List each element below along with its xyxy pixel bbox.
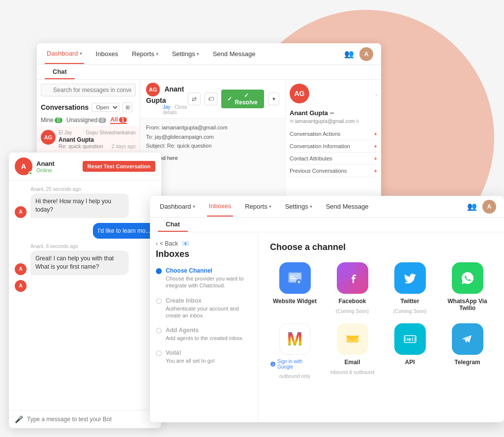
channel-whatsapp[interactable]: WhatsApp Via Twilio [443,262,492,315]
filter-icon[interactable]: ⊞ [122,102,132,112]
wizard-step-1: Choose Channel Choose the provider you w… [156,267,252,289]
conversation-item[interactable]: AG El Jay Gopu Shivashankairan Anant Gup… [37,126,140,154]
nav-send-message[interactable]: Send Message [211,44,258,63]
nav2-settings[interactable]: Settings ▾ [283,197,314,216]
message-content: Anant, 25 seconds ago Hi there! How may … [30,187,129,218]
chevron-down-icon: ▾ [197,51,199,57]
chevron-down-icon: ▾ [80,51,82,56]
window-inboxes: Dashboard ▾ Inboxes Reports ▾ Settings ▾… [150,196,504,422]
tab-unassigned[interactable]: Unassigned 0 [66,117,106,124]
wizard-panel: ‹ < Back 📧 Inboxes Choose Channel Choose… [150,232,258,422]
navbar-right: 👥 A [344,47,373,61]
wizard-step-2: Create Inbox Authenticate your account a… [156,297,252,319]
edit-icon[interactable]: ✏ [330,110,334,116]
channel-facebook[interactable]: Facebook (Coming Soon) [327,262,377,315]
chevron-down-icon: ▾ [269,204,271,209]
reset-conversation-button[interactable]: Reset Test Conversation [83,161,155,172]
copy-icon[interactable]: ⎘ [356,119,359,124]
nav-inboxes[interactable]: Inboxes [94,44,120,63]
add-icon[interactable]: + [374,143,377,149]
email-actions: ⇄ 🏷 ✓ ✓ Resolve ▾ [188,90,279,108]
navbar-window2: Dashboard ▾ Inboxes Reports ▾ Settings ▾… [150,196,504,218]
conversations-title: Conversations [41,103,89,111]
channel-name: WhatsApp Via Twilio [443,298,492,312]
nav-reports[interactable]: Reports ▾ [130,44,160,63]
channel-api[interactable]: {api} API [385,323,435,379]
tab-mine[interactable]: Mine 0 [41,117,62,124]
email-from: From: iamanantgupta@gmail.com [146,124,279,132]
chat-tab[interactable]: Chat [45,65,75,79]
channel-telegram[interactable]: Telegram [443,323,492,379]
msg-sender: Anant, 6 seconds ago [30,244,129,249]
step-label: Create Inbox [166,297,252,304]
user-avatar[interactable]: A [359,47,373,61]
nav-settings[interactable]: Settings ▾ [170,44,201,63]
website-icon [279,262,311,294]
contact-email: ✉ iamanantgupta@gmail.com ⎘ [290,119,377,124]
chevron-down-icon[interactable]: ▾ [268,93,279,105]
email-to: To: jay@glidecampaign.com [146,133,279,141]
email-panel: AG Anant Gupta Jay · Close details ⇄ 🏷 ✓… [140,80,285,200]
contact-panel: AG › Anant Gupta ✏ ✉ iamanantgupta@gmail… [285,80,381,200]
message-content: Anant, 6 seconds ago Great! I can help y… [30,244,129,275]
step-label: Add Agents [166,327,252,334]
add-icon[interactable]: + [374,131,377,137]
chat-input[interactable] [27,416,155,423]
bot-bubble: Hi there! How may I help you today? [30,193,129,218]
back-link[interactable]: ‹ < Back 📧 [156,240,252,247]
email-contact-name: AG Anant Gupta [146,83,188,104]
channel-email[interactable]: Email inbound & outbound [327,323,377,379]
email-subject: Subject: Re: quick question [146,142,279,150]
step-desc: Choose the provider you want to integrat… [166,275,252,289]
nav2-reports[interactable]: Reports ▾ [243,197,273,216]
channel-name: Facebook [338,298,366,305]
search-input[interactable] [41,84,136,96]
label-icon[interactable]: 🏷 [205,93,217,105]
bot-msg-avatar-sm: A [15,280,27,292]
step-dot-active [156,268,162,274]
channel-sub: outbound only [279,374,310,379]
nav2-dashboard[interactable]: Dashboard ▾ [158,197,197,216]
conv-avatar: AG [41,130,56,145]
add-icon[interactable]: + [374,168,377,174]
people-icon[interactable]: 👥 [344,49,355,60]
wizard-step-3: Add Agents Add agents to the created inb… [156,327,252,342]
chevron-right-icon[interactable]: › [375,92,377,98]
nav-dashboard[interactable]: Dashboard ▾ [45,44,84,64]
section-prev-convs: Previous Conversations + [290,165,377,177]
channel-panel: Choose a channel Website Widget [258,232,504,422]
section-contact-attrs: Contact Attributes + [290,153,377,165]
contact-name: Anant Gupta ✏ [290,109,377,117]
conv-tabs: Mine 0 Unassigned 0 All 1 [37,114,140,126]
resolve-button[interactable]: ✓ ✓ Resolve [221,90,264,108]
email-avatar: AG [146,83,160,96]
step-dot-inactive [156,328,162,334]
step-label: Choose Channel [166,267,252,274]
add-icon[interactable]: + [374,156,377,161]
email-content: All good here [146,154,279,162]
bot-msg-avatar: A [15,263,27,275]
telegram-icon [452,323,483,355]
channel-gmail[interactable]: M G Sign in with Google outbound only [270,323,320,379]
bot-bubble: Great! I can help you with that What is … [30,250,129,275]
channel-name: Telegram [454,359,480,366]
channel-website[interactable]: Website Widget [270,262,320,315]
nav2-send-message[interactable]: Send Message [324,197,371,216]
open-select[interactable]: Open [91,103,119,112]
channel-twitter[interactable]: Twitter (Coming Soon) [385,262,435,315]
inbox-chat-tab[interactable]: Chat [158,218,188,232]
step-desc: Add agents to the created inbox. [166,335,252,342]
move-icon[interactable]: ⇄ [188,93,201,105]
chevron-down-icon: ▾ [156,51,158,57]
channel-sub: (Coming Soon) [393,309,426,314]
email-icon [337,323,368,355]
conv-name: Anant Gupta [59,136,136,143]
people-icon[interactable]: 👥 [467,201,477,212]
user-avatar[interactable]: A [482,200,496,214]
svg-text:G: G [271,363,274,366]
all-badge: 1 [119,117,127,123]
nav2-inboxes[interactable]: Inboxes [207,196,234,217]
message-row: A Anant, 6 seconds ago Great! I can help… [15,244,155,275]
chat-input-area: 🎤 [9,410,161,428]
tab-all[interactable]: All 1 [110,116,126,124]
